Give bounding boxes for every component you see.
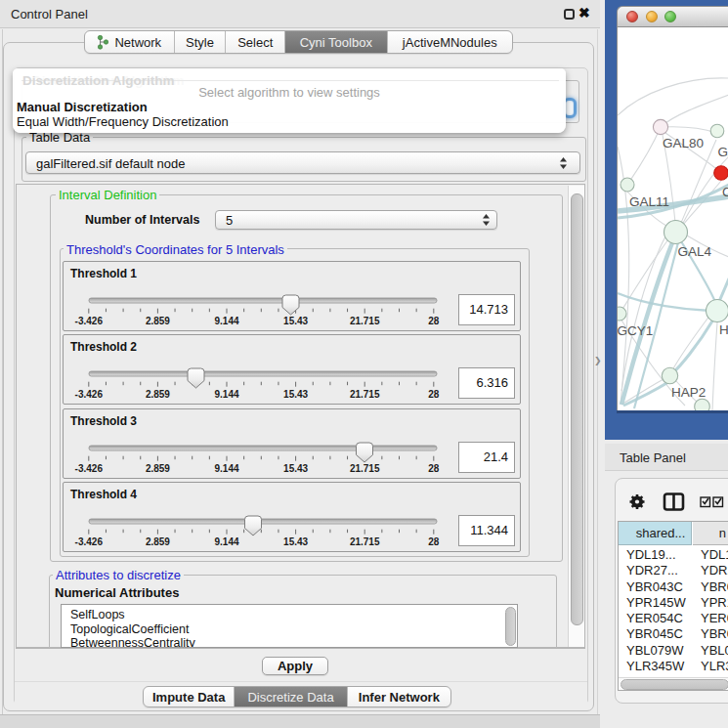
svg-text:-3.426: -3.426 [75, 389, 104, 400]
svg-text:21.715: 21.715 [350, 389, 380, 400]
svg-text:-3.426: -3.426 [75, 462, 104, 473]
svg-text:-3.426: -3.426 [75, 316, 104, 326]
svg-text:28: 28 [428, 462, 440, 473]
svg-text:GAL80: GAL80 [663, 136, 704, 150]
svg-text:GCY1: GCY1 [618, 323, 653, 338]
svg-text:-3.426: -3.426 [75, 536, 104, 547]
svg-text:28: 28 [428, 316, 440, 326]
svg-text:HAP2: HAP2 [671, 385, 706, 400]
svg-text:9.144: 9.144 [214, 316, 238, 326]
svg-text:15.43: 15.43 [283, 316, 308, 326]
svg-text:15.43: 15.43 [283, 389, 308, 400]
svg-text:15.43: 15.43 [283, 536, 308, 547]
svg-text:GAL4: GAL4 [678, 244, 712, 259]
svg-text:2.859: 2.859 [146, 389, 170, 400]
svg-text:C: C [722, 185, 728, 199]
svg-text:2.859: 2.859 [146, 536, 170, 547]
svg-text:28: 28 [428, 536, 440, 547]
svg-text:28: 28 [428, 389, 440, 400]
svg-text:15.43: 15.43 [283, 462, 308, 473]
svg-text:21.715: 21.715 [350, 536, 380, 547]
svg-text:9.144: 9.144 [214, 536, 238, 547]
svg-text:21.715: 21.715 [350, 462, 380, 473]
svg-text:9.144: 9.144 [214, 462, 238, 473]
svg-text:H: H [719, 322, 728, 337]
svg-text:GAL11: GAL11 [629, 194, 669, 209]
svg-text:GAL7: GAL7 [718, 145, 728, 159]
svg-text:21.715: 21.715 [350, 316, 380, 326]
svg-text:2.859: 2.859 [146, 462, 170, 473]
svg-text:9.144: 9.144 [214, 389, 238, 400]
svg-text:2.859: 2.859 [146, 316, 170, 326]
